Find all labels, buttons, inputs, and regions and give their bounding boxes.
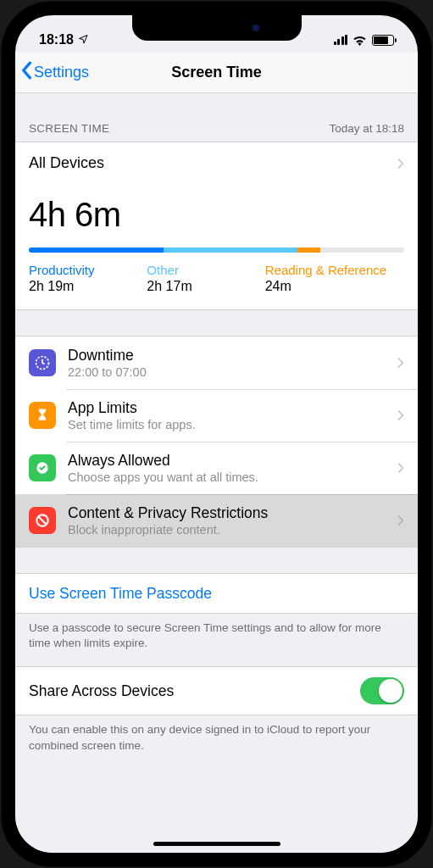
category-breakdown: Productivity 2h 19m Other 2h 17m Reading… <box>29 263 404 294</box>
total-time: 4h 6m <box>29 196 404 234</box>
phone-frame: 18:18 Settings Screen Time <box>0 0 433 868</box>
passcode-note: Use a passcode to secure Screen Time set… <box>15 614 418 666</box>
usage-bar <box>29 248 404 253</box>
chevron-right-icon <box>397 409 404 421</box>
all-devices-label: All Devices <box>29 154 104 172</box>
share-note: You can enable this on any device signed… <box>15 715 418 768</box>
chevron-right-icon <box>397 357 404 369</box>
chevron-left-icon <box>20 61 32 84</box>
back-label: Settings <box>34 64 89 81</box>
home-indicator[interactable] <box>153 842 280 846</box>
bar-segment-reading <box>297 248 320 253</box>
chevron-right-icon <box>397 158 404 170</box>
bar-segment-other <box>164 248 297 253</box>
downtime-row[interactable]: Downtime 22:00 to 07:00 <box>15 337 418 389</box>
notch <box>132 15 302 41</box>
downtime-icon <box>29 349 56 376</box>
svg-line-3 <box>38 516 46 524</box>
chevron-right-icon <box>397 462 404 474</box>
bar-segment-productivity <box>29 248 164 253</box>
share-devices-row[interactable]: Share Across Devices <box>15 667 418 715</box>
category-reading: Reading & Reference 24m <box>265 263 404 294</box>
wifi-icon <box>353 35 367 46</box>
toggle-knob <box>379 679 402 703</box>
cellular-icon <box>334 35 348 45</box>
options-group: Downtime 22:00 to 07:00 App Limits Set t… <box>15 336 418 548</box>
check-badge-icon <box>29 454 56 481</box>
scroll-content[interactable]: SCREEN TIME Today at 18:18 All Devices 4… <box>15 93 418 853</box>
always-allowed-row[interactable]: Always Allowed Choose apps you want at a… <box>15 442 418 494</box>
category-productivity: Productivity 2h 19m <box>29 263 128 294</box>
page-title: Screen Time <box>171 64 262 81</box>
app-limits-row[interactable]: App Limits Set time limits for apps. <box>15 389 418 442</box>
share-toggle[interactable] <box>360 677 404 704</box>
battery-icon <box>372 35 394 46</box>
category-other: Other 2h 17m <box>147 263 246 294</box>
location-icon <box>78 32 88 47</box>
back-button[interactable]: Settings <box>20 61 89 84</box>
no-entry-icon <box>29 507 56 534</box>
chevron-right-icon <box>397 515 404 526</box>
all-devices-row[interactable]: All Devices <box>15 142 418 181</box>
use-passcode-row[interactable]: Use Screen Time Passcode <box>15 574 418 613</box>
status-time: 18:18 <box>39 32 74 47</box>
section-header-screentime: SCREEN TIME Today at 18:18 <box>15 93 418 142</box>
navigation-bar: Settings Screen Time <box>15 53 418 93</box>
summary-timestamp: Today at 18:18 <box>329 122 404 135</box>
usage-summary: 4h 6m Productivity 2h 19m Other 2h 17m <box>15 181 418 310</box>
screen: 18:18 Settings Screen Time <box>15 15 418 853</box>
hourglass-icon <box>29 402 56 429</box>
content-privacy-row[interactable]: Content & Privacy Restrictions Block ina… <box>15 494 418 547</box>
